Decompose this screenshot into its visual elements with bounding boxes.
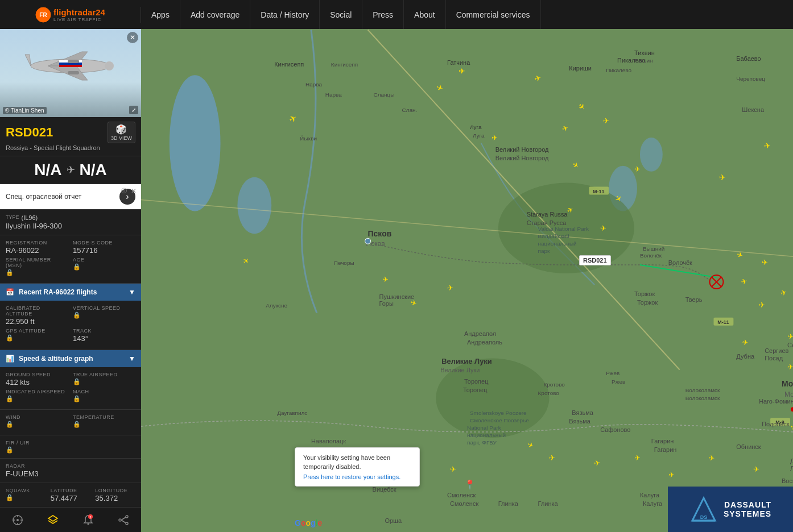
modes-value: 157716	[73, 246, 135, 255]
nav-social[interactable]: Social	[320, 0, 362, 29]
svg-text:Андреапол: Андреапол	[464, 330, 496, 337]
radar-value: F-UUEM3	[6, 469, 135, 478]
latitude-value: 57.4477	[51, 494, 91, 502]
map-area[interactable]: M-11 M-11 M-9 Кингисепп Кингисепп Гатчин…	[141, 29, 793, 532]
svg-text:M-11: M-11	[593, 189, 604, 194]
recent-flights-header[interactable]: 📅 Recent RA-96022 flights ▼	[0, 284, 141, 301]
ad-info-icon[interactable]: ⓘ	[121, 187, 127, 195]
svg-text:Staraya Russa: Staraya Russa	[527, 211, 568, 218]
calendar-icon: 📅	[6, 288, 14, 296]
radar-field: RADAR F-UUEM3	[6, 463, 135, 478]
svg-text:📍: 📍	[464, 479, 476, 490]
svg-text:Нарва: Нарва	[325, 92, 342, 98]
speed-graph-header[interactable]: 📊 Speed & altitude graph ▼	[0, 350, 141, 367]
dassault-logo-icon: DS	[689, 495, 718, 523]
expand-image-button[interactable]: ⤢	[129, 106, 138, 114]
locate-button[interactable]	[6, 512, 29, 529]
svg-text:Сергиев: Сергиев	[787, 342, 793, 348]
svg-point-22	[126, 516, 128, 518]
view-3d-button[interactable]: 🎲 3D VIEW	[108, 122, 135, 143]
track-value: 143°	[73, 334, 135, 343]
fir-lock-icon: 🔒	[6, 446, 135, 454]
registration-field: REGISTRATION RA-96022	[6, 240, 68, 255]
svg-text:DS: DS	[700, 514, 708, 520]
temperature-label: TEMPERATURE	[73, 414, 135, 420]
svg-text:Кингисепп: Кингисепп	[274, 61, 304, 68]
vert-speed-lock-icon: 🔒	[73, 311, 135, 319]
origin-airport: N/A	[34, 161, 61, 179]
svg-text:✈: ✈	[753, 465, 759, 473]
dassault-banner: DS DASSAULT SYSTEMES	[668, 487, 793, 532]
position-section: SQUAWK 🔒 LATITUDE 57.4477 LONGITUDE 35.3…	[0, 483, 141, 510]
nav-apps[interactable]: Apps	[141, 0, 180, 29]
svg-text:Глинка: Глинка	[538, 500, 559, 507]
logo: FR flightradar24 LIVE AIR TRAFFIC	[35, 7, 105, 23]
vert-speed-field: VERTICAL SPEED 🔒	[73, 305, 135, 326]
svg-text:Сланцы: Сланцы	[374, 92, 395, 98]
track-label: TRACK	[73, 328, 135, 334]
svg-text:Печоры: Печоры	[334, 260, 354, 266]
share-button[interactable]	[112, 512, 135, 529]
modes-field: MODE-S CODE 157716	[73, 240, 135, 255]
gps-alt-label: GPS ALTITUDE	[6, 328, 68, 334]
svg-text:Вязьма: Вязьма	[569, 418, 590, 425]
svg-text:Алуксне: Алуксне	[266, 302, 287, 309]
wind-label: WIND	[6, 414, 68, 420]
svg-text:Псков: Псков	[368, 229, 392, 238]
nav-about[interactable]: About	[404, 0, 446, 29]
mach-field: MACH 🔒	[73, 389, 135, 402]
svg-text:Кротово: Кротово	[544, 381, 565, 388]
svg-text:Череповец: Череповец	[736, 76, 765, 82]
latitude-field: LATITUDE 57.4477	[51, 488, 91, 502]
svg-text:Нарва: Нарва	[305, 81, 322, 88]
svg-line-26	[121, 520, 126, 523]
svg-text:Кириши: Кириши	[569, 65, 592, 72]
svg-text:Кингисепп: Кингисепп	[331, 61, 358, 68]
svg-text:FR: FR	[39, 12, 47, 18]
svg-text:Smolenskoye Poozere: Smolenskoye Poozere	[470, 410, 527, 416]
fir-label: FIR / UIR	[6, 440, 135, 446]
svg-text:Бабаево: Бабаево	[736, 55, 761, 62]
serial-label: SERIAL NUMBER (MSN)	[6, 257, 68, 268]
svg-marker-5	[25, 55, 31, 66]
layers-button[interactable]	[42, 512, 64, 529]
sidebar: © TianLin Shen ✕ ⤢ RSD021 🎲 3D VIEW Ross…	[0, 29, 141, 532]
alerts-button[interactable]: 1	[77, 512, 100, 529]
svg-text:Торжок: Торжок	[637, 299, 658, 306]
svg-rect-9	[59, 65, 82, 67]
close-image-button[interactable]: ✕	[127, 32, 138, 43]
nav-commercial[interactable]: Commercial services	[446, 0, 541, 29]
svg-text:Ржев: Ржев	[612, 379, 625, 385]
svg-text:✈: ✈	[719, 173, 726, 182]
longitude-label: LONGITUDE	[95, 488, 135, 493]
logo-subtext: LIVE AIR TRAFFIC	[53, 17, 105, 22]
svg-text:Горы: Горы	[379, 300, 394, 307]
notification-link[interactable]: Press here to restore your settings.	[303, 473, 411, 480]
svg-text:Лыткарино: Лыткарино	[790, 465, 793, 472]
svg-text:Великий Новгород: Великий Новгород	[495, 155, 549, 161]
svg-text:Valdai National Park: Valdai National Park	[538, 226, 589, 232]
svg-text:Луга: Луга	[470, 124, 482, 130]
ad-close-button[interactable]: ✕	[131, 187, 137, 195]
svg-text:национальный: национальный	[467, 432, 506, 438]
svg-text:Великие Луки: Великие Луки	[441, 357, 492, 365]
nav-data-history[interactable]: Data / History	[250, 0, 320, 29]
svg-text:Тверь: Тверь	[685, 296, 703, 303]
notification-text: Your visibility setting have been tempor…	[303, 454, 411, 471]
age-label: AGE	[73, 257, 135, 263]
svg-text:Великий Новгород: Великий Новгород	[495, 146, 549, 153]
vert-speed-label: VERTICAL SPEED	[73, 305, 135, 311]
serial-lock-icon: 🔒	[6, 269, 68, 276]
svg-text:✈: ✈	[600, 224, 606, 232]
svg-text:Дубна: Дубна	[736, 353, 755, 360]
svg-rect-27	[141, 30, 793, 531]
nav-press[interactable]: Press	[362, 0, 404, 29]
svg-text:Тихвин: Тихвин	[634, 57, 653, 64]
locate-icon	[12, 514, 23, 526]
nav-add-coverage[interactable]: Add coverage	[180, 0, 250, 29]
mach-lock-icon: 🔒	[73, 395, 135, 402]
svg-text:Домод.: Домод.	[790, 458, 793, 464]
ias-lock-icon: 🔒	[6, 395, 68, 402]
svg-text:✈: ✈	[459, 66, 465, 76]
flight-header: RSD021 🎲 3D VIEW Rossiya - Special Fligh…	[0, 117, 141, 156]
